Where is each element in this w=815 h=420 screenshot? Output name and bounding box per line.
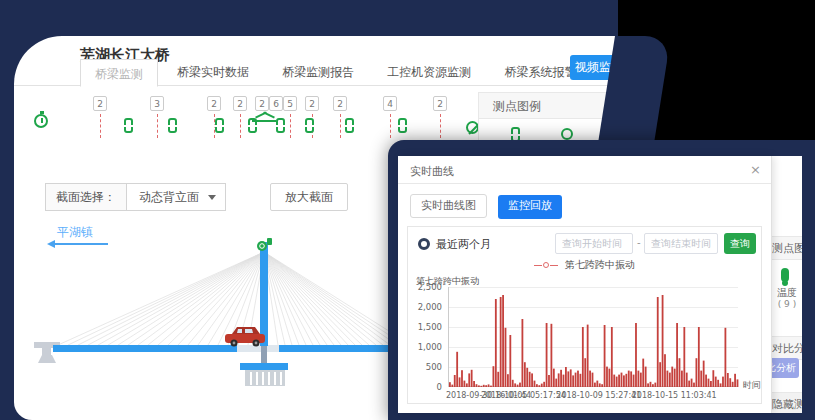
temperature-label: 温度 — [772, 286, 802, 300]
sensor-count-badge[interactable]: 6 — [269, 96, 283, 111]
y-tick: 2,000 — [410, 302, 442, 312]
overlay-app-window: 实时曲线 × 实时曲线图 监控回放 最近两个月 - 查询 第七跨跨中振 — [398, 156, 802, 413]
tower-sensor-icon[interactable] — [257, 241, 267, 251]
tower-below-deck — [261, 346, 267, 364]
left-pier-base — [38, 355, 56, 363]
sensor-count-badge[interactable]: 5 — [283, 96, 297, 111]
y-tick: 0 — [410, 382, 442, 392]
modal-title: 实时曲线 — [410, 164, 454, 179]
sensor-count-badge[interactable]: 2 — [255, 96, 269, 111]
radio-last-two-months[interactable] — [418, 238, 430, 250]
sensor-count-badge[interactable]: 3 — [150, 96, 164, 111]
tab-bridge-realtime-data[interactable]: 桥梁实时数据 — [163, 58, 263, 86]
bridge-diagram — [34, 236, 414, 396]
sensor-count-badge[interactable]: 2 — [93, 96, 107, 111]
car — [225, 327, 265, 347]
chart-plot-area[interactable] — [448, 287, 738, 387]
x-axis-name: 时间 — [743, 379, 761, 392]
sensor-count-badge[interactable]: 2 — [207, 96, 221, 111]
modal-tabbar: 实时曲线图 监控回放 — [410, 194, 562, 219]
strain-sensor-icon[interactable] — [305, 118, 314, 133]
y-tick: 1,000 — [410, 342, 442, 352]
stopwatch-icon[interactable] — [34, 114, 48, 128]
tab-monitor-playback[interactable]: 监控回放 — [498, 195, 562, 219]
query-button[interactable]: 查询 — [724, 233, 756, 254]
modal-header: 实时曲线 × — [398, 156, 771, 184]
radio-label: 最近两个月 — [436, 237, 491, 252]
strain-sensor-icon[interactable] — [398, 118, 407, 133]
end-time-input[interactable] — [644, 233, 718, 254]
vibration-chart: 第七跨跨中振动 2,500 2,000 1,500 1,000 500 0 20… — [410, 275, 759, 401]
chevron-down-icon — [208, 195, 216, 200]
legend-text: 第七跨跨中振动 — [565, 259, 635, 270]
zoom-section-button[interactable]: 放大截面 — [270, 183, 348, 211]
sensor-drop-line — [340, 114, 341, 138]
sensor-count-badge[interactable]: 2 — [433, 96, 447, 111]
y-tick: 2,500 — [410, 282, 442, 292]
tab-bridge-report[interactable]: 桥梁监测报告 — [268, 58, 368, 86]
hide-point-list-bar[interactable]: 隐藏测点列表 — [772, 392, 802, 413]
deck-joint — [237, 345, 279, 352]
sensor-ring-icon — [561, 128, 573, 140]
sensor-drop-line — [100, 114, 101, 138]
section-select-bar: 截面选择：动态背立面 放大截面 — [45, 183, 226, 211]
x-tick: 2018-10-15 11:03:41 — [632, 391, 717, 400]
start-time-input[interactable] — [555, 233, 633, 254]
sensor-count-badge[interactable]: 2 — [333, 96, 347, 111]
legend-line — [534, 265, 542, 266]
close-icon[interactable]: × — [750, 162, 761, 177]
strain-sensor-icon[interactable] — [215, 118, 224, 133]
sensor-drop-line — [390, 114, 391, 138]
temperature-count: ( 9 ) — [772, 299, 802, 309]
section-select-value: 动态背立面 — [139, 190, 199, 204]
sensor-drop-line — [157, 114, 158, 138]
compare-section-header: 对比分析 — [772, 336, 802, 360]
sensor-drop-line — [440, 114, 441, 138]
range-separator: - — [637, 237, 641, 248]
side-panel-sliver: 测点图例 温度 ( 9 ) 对比分析 对比分析 隐藏测点列表 — [772, 156, 802, 413]
section-select-label: 截面选择： — [45, 183, 127, 211]
section-select-dropdown[interactable]: 动态背立面 — [127, 183, 226, 211]
legend-line — [550, 265, 558, 266]
bridge-tower — [260, 242, 268, 346]
chart-legend[interactable]: 第七跨跨中振动 — [408, 258, 761, 272]
modal-content-box: 最近两个月 - 查询 第七跨跨中振动 第七跨跨中振动 2,500 2,000 1… — [407, 226, 762, 404]
strain-sensor-icon[interactable] — [276, 118, 285, 133]
legend-marker-icon — [543, 262, 549, 268]
tab-bridge-monitor[interactable]: 桥梁监测 — [80, 59, 158, 87]
sensor-count-badge[interactable]: 4 — [383, 96, 397, 111]
strain-sensor-icon[interactable] — [345, 118, 354, 133]
x-tick: 2018-10-05 05:17:54 — [481, 391, 566, 400]
thermometer-icon[interactable] — [781, 268, 789, 282]
tower-sensor-icon-2[interactable] — [267, 238, 272, 245]
bridge-sensor-icon[interactable] — [252, 110, 276, 122]
overlay-window: 实时曲线 × 实时曲线图 监控回放 最近两个月 - 查询 第七跨跨中振 — [388, 140, 815, 420]
y-tick: 1,500 — [410, 322, 442, 332]
strain-sensor-icon[interactable] — [168, 118, 177, 133]
compare-analysis-button[interactable]: 对比分析 — [772, 358, 799, 378]
sensor-drop-line — [240, 114, 241, 138]
realtime-curve-modal: 实时曲线 × 实时曲线图 监控回放 最近两个月 - 查询 第七跨跨中振 — [398, 156, 772, 413]
query-row: 最近两个月 - 查询 — [416, 233, 753, 255]
sensor-count-badge[interactable]: 2 — [233, 96, 247, 111]
left-pier-stem — [42, 348, 51, 356]
tower-pier-cap — [240, 363, 288, 370]
y-tick: 500 — [410, 362, 442, 372]
x-tick: 2018-10-09 15:27:41 — [556, 391, 641, 400]
sensor-drop-line — [290, 114, 291, 138]
x-axis-labels: 2018-09-30 16:01:44 2018-10-05 05:17:54 … — [448, 391, 738, 403]
strain-sensor-icon[interactable] — [124, 118, 133, 133]
side-legend-header: 测点图例 — [772, 236, 802, 260]
tab-realtime-curve[interactable]: 实时曲线图 — [410, 194, 487, 218]
tab-ipc-resource-monitor[interactable]: 工控机资源监测 — [373, 58, 485, 86]
sensor-count-badge[interactable]: 2 — [305, 96, 319, 111]
